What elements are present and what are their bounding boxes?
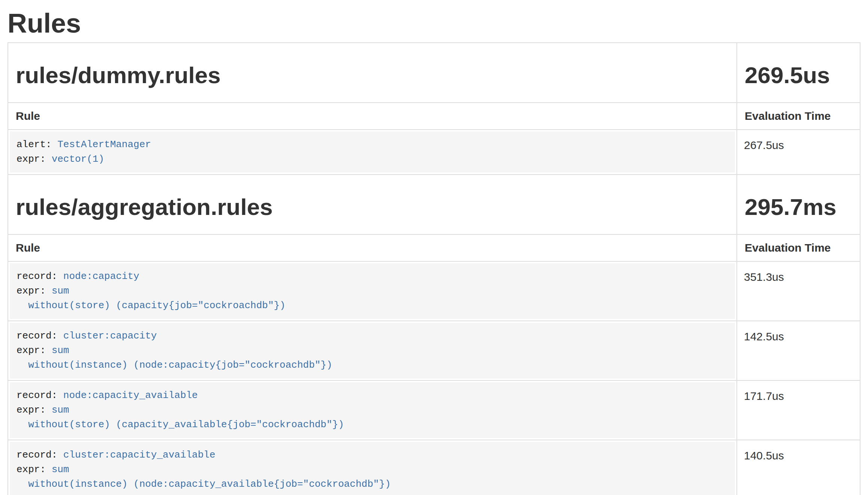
rule-cell: record: node:capacity_available expr: su… [8, 380, 737, 440]
expr-link[interactable]: sum [52, 345, 69, 356]
rule-eval-time: 351.3us [737, 261, 860, 321]
rule-keyword: record: [16, 449, 57, 461]
rule-keyword: record: [16, 390, 57, 401]
rule-eval-time: 142.5us [737, 321, 860, 380]
rule-eval-time: 267.5us [737, 130, 860, 174]
rule-eval-time: 171.7us [737, 380, 860, 440]
record-name-link[interactable]: node:capacity [63, 271, 139, 282]
rule-text [46, 404, 52, 416]
rule-column-header: Rule [8, 103, 737, 130]
expr-link[interactable]: without(instance) (node:capacity_availab… [16, 479, 391, 490]
record-name-link[interactable]: cluster:capacity [63, 330, 157, 341]
rules-page: Rules rules/dummy.rules269.5usRuleEvalua… [0, 8, 868, 495]
alert-name-link[interactable]: TestAlertManager [57, 139, 151, 150]
evaluation-time-column-header: Evaluation Time [737, 234, 860, 261]
rule-cell: record: cluster:capacity_available expr:… [8, 440, 737, 495]
expr-link[interactable]: without(store) (capacity_available{job="… [16, 419, 344, 430]
rule-definition: alert: TestAlertManager expr: vector(1) [10, 131, 735, 173]
column-header-row: RuleEvaluation Time [8, 234, 860, 261]
rule-definition: record: cluster:capacity_available expr:… [10, 442, 735, 495]
record-name-link[interactable]: node:capacity_available [63, 390, 198, 401]
rule-keyword: expr: [16, 154, 46, 165]
rule-group-eval-time-cell: 269.5us [737, 43, 860, 103]
rule-group-file-cell: rules/dummy.rules [8, 43, 737, 103]
rule-row: record: cluster:capacity expr: sum witho… [8, 321, 860, 380]
rule-keyword: expr: [16, 404, 46, 416]
evaluation-time-column-header: Evaluation Time [737, 103, 860, 130]
rule-text [52, 139, 58, 150]
rule-group-header-row: rules/aggregation.rules295.7ms [8, 174, 860, 234]
rule-group-file: rules/aggregation.rules [16, 194, 729, 220]
rule-group-header-row: rules/dummy.rules269.5us [8, 43, 860, 103]
rule-row: record: node:capacity_available expr: su… [8, 380, 860, 440]
rules-table: rules/dummy.rules269.5usRuleEvaluation T… [7, 42, 861, 495]
rule-text [57, 390, 63, 401]
rule-eval-time: 140.5us [737, 440, 860, 495]
rule-row: record: cluster:capacity_available expr:… [8, 440, 860, 495]
expr-link[interactable]: without(instance) (node:capacity{job="co… [16, 359, 332, 371]
expr-link[interactable]: sum [52, 464, 69, 475]
rule-keyword: alert: [16, 139, 52, 150]
rule-cell: alert: TestAlertManager expr: vector(1) [8, 130, 737, 174]
rule-group-eval-time: 269.5us [745, 63, 852, 88]
expr-link[interactable]: sum [52, 404, 69, 416]
rule-text [57, 271, 63, 282]
page-title: Rules [7, 8, 861, 38]
rule-keyword: record: [16, 330, 57, 341]
rule-text [46, 345, 52, 356]
rule-cell: record: node:capacity expr: sum without(… [8, 261, 737, 321]
rule-keyword: expr: [16, 345, 46, 356]
rule-cell: record: cluster:capacity expr: sum witho… [8, 321, 737, 380]
record-name-link[interactable]: cluster:capacity_available [63, 449, 216, 461]
rule-row: record: node:capacity expr: sum without(… [8, 261, 860, 321]
rule-group-eval-time: 295.7ms [745, 194, 852, 220]
rule-row: alert: TestAlertManager expr: vector(1)2… [8, 130, 860, 174]
rule-text [46, 285, 52, 297]
rule-group-file-cell: rules/aggregation.rules [8, 174, 737, 234]
rule-keyword: record: [16, 271, 57, 282]
expr-link[interactable]: without(store) (capacity{job="cockroachd… [16, 300, 286, 311]
column-header-row: RuleEvaluation Time [8, 103, 860, 130]
rule-text [46, 464, 52, 475]
rule-text [57, 449, 63, 461]
rule-keyword: expr: [16, 285, 46, 297]
expr-link[interactable]: vector(1) [52, 154, 104, 165]
rule-keyword: expr: [16, 464, 46, 475]
rule-group-file: rules/dummy.rules [16, 63, 729, 88]
rule-definition: record: node:capacity expr: sum without(… [10, 263, 735, 319]
rules-table-body: rules/dummy.rules269.5usRuleEvaluation T… [8, 43, 860, 495]
rule-definition: record: cluster:capacity expr: sum witho… [10, 323, 735, 379]
rule-text [57, 330, 63, 341]
rule-definition: record: node:capacity_available expr: su… [10, 382, 735, 438]
expr-link[interactable]: sum [52, 285, 69, 297]
rule-text [46, 154, 52, 165]
rule-column-header: Rule [8, 234, 737, 261]
rule-group-eval-time-cell: 295.7ms [737, 174, 860, 234]
